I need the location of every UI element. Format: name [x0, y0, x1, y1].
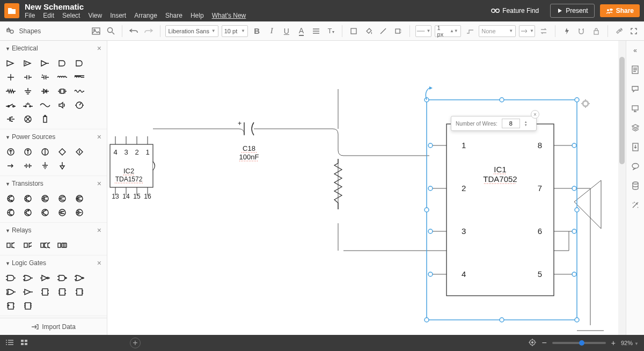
shape-not-gate[interactable] [40, 274, 50, 282]
shape-diode-tri[interactable] [40, 87, 50, 96]
wires-input[interactable] [502, 119, 520, 128]
vertical-scrollbar[interactable] [618, 41, 626, 335]
target-icon[interactable] [529, 339, 536, 347]
shape-diamond2[interactable] [74, 148, 85, 156]
capacitor-c18[interactable]: + C18 100nF [238, 120, 259, 161]
menu-whatsnew[interactable]: What's New [212, 12, 246, 19]
shape-ff3[interactable] [74, 288, 85, 296]
shape-inductor1[interactable] [57, 73, 68, 82]
close-icon[interactable]: × [97, 133, 101, 141]
font-select[interactable]: Liberation Sans▼ [165, 25, 218, 37]
shape-relay1[interactable] [5, 241, 16, 250]
search-icon[interactable] [105, 25, 117, 37]
canvas[interactable]: + C18 100nF 4 3 2 1 [107, 41, 626, 335]
shape-isrc[interactable] [23, 148, 33, 156]
underline-icon[interactable]: U [281, 25, 292, 37]
shape-diamond[interactable] [57, 148, 68, 156]
shape-switch[interactable] [5, 101, 16, 109]
fullscreen-icon[interactable] [628, 25, 640, 37]
redo-icon[interactable] [143, 25, 155, 37]
data-icon[interactable] [630, 180, 641, 191]
font-size-select[interactable]: 10 pt▼ [222, 25, 248, 37]
lock-icon[interactable] [590, 25, 602, 37]
shape-pushbtn[interactable] [23, 101, 33, 109]
wrench-icon[interactable] [613, 25, 625, 37]
shapes-icon[interactable] [4, 25, 16, 37]
menu-insert[interactable]: Insert [110, 12, 126, 19]
shape-amp2[interactable] [23, 59, 33, 68]
line-end-select[interactable]: None▼ [479, 25, 516, 37]
menu-help[interactable]: Help [191, 12, 204, 19]
text-options-icon[interactable]: T▾ [325, 25, 337, 37]
shape-src3[interactable] [40, 148, 50, 156]
bucket-icon[interactable] [363, 25, 375, 37]
align-icon[interactable] [310, 25, 322, 37]
stroke-width-select[interactable]: 1 px▲▼ [435, 25, 461, 37]
cat-transistors-header[interactable]: ▼Transistors× [0, 176, 107, 191]
feature-find-button[interactable]: Feature Find [485, 4, 545, 17]
shape-batt2[interactable] [23, 162, 33, 170]
shape-t7[interactable] [23, 208, 33, 217]
shape-vsrc[interactable] [5, 148, 16, 156]
image-icon[interactable] [90, 25, 102, 37]
shape-relay2[interactable] [23, 241, 33, 250]
shape-options-icon[interactable] [392, 25, 404, 37]
menu-arrange[interactable]: Arrange [134, 12, 157, 19]
shape-inductor2[interactable] [74, 73, 85, 82]
schematic-canvas[interactable]: + C18 100nF 4 3 2 1 [107, 41, 626, 335]
shape-fet1[interactable] [40, 194, 50, 203]
shape-plus[interactable] [5, 73, 16, 82]
shape-ff2[interactable] [57, 288, 68, 296]
list-view-icon[interactable] [5, 339, 14, 347]
close-icon[interactable]: × [97, 179, 101, 188]
import-data-button[interactable]: Import Data [0, 318, 107, 335]
text-color-icon[interactable]: A [296, 25, 308, 37]
swap-icon[interactable] [538, 25, 550, 37]
shape-buffer[interactable] [40, 59, 50, 68]
shape-t10[interactable] [74, 208, 85, 217]
shape-battery[interactable] [40, 115, 50, 123]
download-icon[interactable] [630, 142, 641, 152]
close-icon[interactable]: × [531, 110, 539, 119]
shape-buffer2[interactable] [23, 288, 33, 296]
close-icon[interactable]: × [97, 226, 101, 235]
shape-lamp[interactable] [23, 115, 33, 123]
shape-or-gate[interactable] [23, 274, 33, 282]
fill-icon[interactable] [348, 25, 360, 37]
ic1-chip[interactable]: 1 2 3 4 8 7 6 5 IC1 TDA7052 [447, 124, 554, 296]
shape-fet4[interactable] [5, 208, 16, 217]
shape-and[interactable] [57, 59, 68, 68]
layers-icon[interactable] [630, 122, 641, 133]
shape-fet3[interactable] [74, 194, 85, 203]
menu-edit[interactable]: Edit [43, 12, 54, 19]
bold-icon[interactable]: B [251, 25, 263, 37]
shape-t9[interactable] [57, 208, 68, 217]
shape-resistor[interactable] [5, 87, 16, 96]
zoom-slider[interactable] [552, 342, 606, 344]
shape-fet2[interactable] [57, 194, 68, 203]
cat-electrical-header[interactable]: ▼Electrical× [0, 41, 107, 56]
app-logo[interactable] [4, 3, 19, 18]
magnet-icon[interactable] [576, 25, 588, 37]
shape-nor[interactable] [74, 274, 85, 282]
magic-icon[interactable] [630, 200, 641, 210]
cat-power-header[interactable]: ▼Power Sources× [0, 129, 107, 144]
menu-view[interactable]: View [88, 12, 102, 19]
gear-icon[interactable] [581, 99, 590, 108]
shape-ff4[interactable] [5, 302, 16, 310]
line-style-icon[interactable] [464, 25, 476, 37]
present-button[interactable]: Present [550, 4, 594, 18]
collapse-icon[interactable]: « [630, 45, 641, 56]
shape-speaker[interactable] [57, 101, 68, 109]
action-icon[interactable] [561, 25, 573, 37]
shape-ff5[interactable] [23, 302, 33, 310]
undo-icon[interactable] [128, 25, 140, 37]
shape-arrow[interactable] [5, 162, 16, 170]
grid-view-icon[interactable] [20, 339, 28, 347]
shape-connector[interactable] [5, 115, 16, 123]
zoom-label[interactable]: 92% ▼ [621, 340, 639, 346]
shape-gnd3[interactable] [57, 162, 68, 170]
ic2-chip[interactable]: 4 3 2 1 13 14 15 16 IC2 TDA1572 [110, 136, 155, 200]
shape-or[interactable] [74, 59, 85, 68]
shape-cap-pol[interactable] [40, 73, 50, 82]
